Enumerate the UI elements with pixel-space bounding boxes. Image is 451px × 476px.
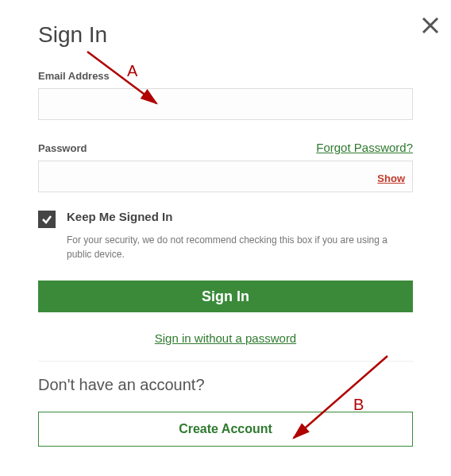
- show-password-link[interactable]: Show: [377, 172, 405, 184]
- email-label: Email Address: [38, 70, 413, 82]
- password-label: Password: [38, 142, 87, 154]
- sign-in-button[interactable]: Sign In: [38, 281, 413, 312]
- keep-signed-label: Keep Me Signed In: [67, 210, 172, 223]
- divider: [38, 361, 413, 362]
- passwordless-link[interactable]: Sign in without a password: [38, 331, 413, 345]
- keep-signed-checkbox[interactable]: [38, 211, 56, 228]
- no-account-heading: Don't have an account?: [38, 376, 413, 394]
- forgot-password-link[interactable]: Forgot Password?: [316, 141, 413, 154]
- page-title: Sign In: [38, 22, 413, 48]
- close-icon[interactable]: [419, 14, 441, 37]
- email-input[interactable]: [38, 88, 413, 120]
- password-input[interactable]: [38, 161, 413, 192]
- check-icon: [40, 213, 53, 226]
- security-note: For your security, we do not recommend c…: [67, 233, 413, 261]
- create-account-button[interactable]: Create Account: [38, 412, 413, 447]
